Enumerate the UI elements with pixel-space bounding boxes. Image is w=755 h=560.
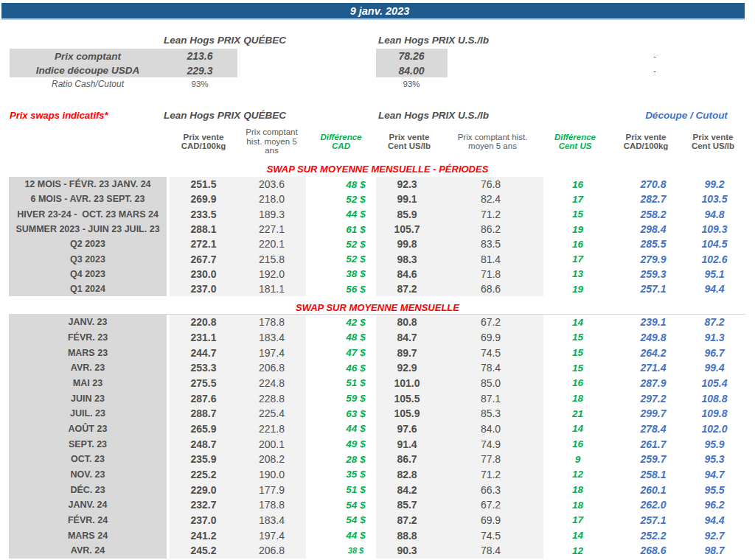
cell-hist-cad: 208.2	[237, 452, 306, 467]
cell-diff-us: 14	[543, 421, 612, 437]
cell-diff-cad: 63 $	[306, 406, 376, 421]
cell-pv-cad: 235.9	[170, 452, 237, 467]
cell-hist-cad: 177.9	[237, 482, 306, 497]
cell-diff-us: 19	[543, 281, 612, 296]
cell-pv-cad: 269.9	[170, 192, 237, 206]
cell-pv-cad: 230.0	[170, 267, 237, 281]
cell-diff-us: 15	[543, 207, 612, 222]
col-header-dec-us: Prix vente Cent US/lb	[680, 127, 746, 156]
cell-pv-us: 87.2	[376, 281, 438, 296]
cell-hist-us: 71.2	[438, 207, 543, 222]
pricing-sheet: 9 janv. 2023 Lean Hogs PRIX QUÉBEC Lean …	[0, 0, 755, 560]
row-label: Q4 2023	[9, 267, 167, 281]
section2-header: SWAP SUR MOYENNE MENSUELLE	[9, 302, 746, 313]
row-label: JANV. 23	[9, 315, 167, 330]
cell-hist-cad: 192.0	[237, 267, 306, 281]
swaps-title: Prix swaps indicatifs*	[10, 110, 108, 121]
cell-hist-us: 68.6	[438, 281, 543, 296]
table-row: FÉVR. 23 231.1 183.4 48 $ 84.7 69.9 15 2…	[9, 330, 746, 346]
cell-diff-us: 9	[543, 452, 612, 467]
cell-hist-cad: 224.8	[237, 376, 306, 391]
cell-hist-us: 85.3	[438, 406, 543, 421]
cell-diff-cad: 52 $	[306, 251, 376, 266]
cell-diff-us: 18	[543, 391, 612, 406]
cell-pv-cad: 232.7	[170, 497, 237, 513]
cell-dec-us: 99.2	[680, 177, 746, 192]
ratio-label: Ratio Cash/Cutout	[10, 77, 166, 90]
report-date: 9 janv. 2023	[337, 5, 410, 17]
cell-diff-cad: 54 $	[306, 513, 376, 528]
cell-hist-us: 77.8	[438, 452, 543, 467]
cell-hist-cad: 220.1	[237, 237, 306, 251]
cell-diff-cad: 46 $	[306, 360, 376, 376]
quebec-group-header-swaps: Lean Hogs PRIX QUÉBEC	[160, 110, 290, 121]
cell-pv-us: 105.7	[376, 222, 438, 237]
cell-dec-us: 109.8	[680, 406, 746, 421]
cell-diff-us: 19	[543, 222, 612, 237]
cell-hist-cad: 227.1	[237, 222, 306, 237]
cell-diff-us: 15	[543, 360, 612, 376]
cell-hist-cad: 181.1	[237, 281, 306, 296]
cell-pv-cad: 265.9	[170, 421, 237, 437]
cell-hist-us: 86.2	[438, 222, 543, 237]
cell-dec-us: 103.5	[680, 192, 746, 206]
cell-hist-cad: 183.4	[237, 330, 306, 346]
cell-hist-us: 74.5	[438, 528, 543, 543]
cell-diff-cad: 44 $	[306, 528, 376, 543]
cell-pv-us: 92.3	[376, 177, 438, 192]
cell-diff-us: 18	[543, 482, 612, 497]
periods-table: 12 MOIS - FÉVR. 23 JANV. 24 251.5 203.6 …	[9, 177, 746, 296]
cell-dec-cad: 299.7	[612, 406, 680, 421]
table-row: AOÛT 23 265.9 221.8 44 $ 97.6 84.0 14 27…	[9, 421, 746, 437]
table-row: SUMMER 2023 - JUIN 23 JUIL. 23 288.1 227…	[9, 222, 746, 237]
cell-pv-cad: 288.1	[170, 222, 237, 237]
cell-dec-cad: 298.4	[612, 222, 680, 237]
cell-hist-cad: 228.8	[237, 391, 306, 406]
cell-dec-us: 95.3	[680, 452, 746, 467]
cell-hist-cad: 215.8	[237, 251, 306, 266]
cell-dec-us: 87.2	[680, 315, 746, 330]
table-row: 12 MOIS - FÉVR. 23 JANV. 24 251.5 203.6 …	[9, 177, 746, 192]
cell-pv-cad: 237.0	[170, 281, 237, 296]
row-label: DÉC. 23	[9, 482, 167, 497]
cell-hist-us: 82.4	[438, 192, 543, 206]
cell-pv-cad: 251.5	[170, 177, 237, 192]
cell-hist-cad: 206.8	[237, 360, 306, 376]
row-label: AVR. 23	[9, 360, 167, 376]
cell-dec-us: 104.5	[680, 237, 746, 251]
cell-dec-us: 102.0	[680, 421, 746, 437]
cell-dec-cad: 287.9	[612, 376, 680, 391]
cell-pv-us: 85.7	[376, 497, 438, 513]
cell-diff-cad: 44 $	[306, 207, 376, 222]
table-row: NOV. 23 225.2 190.0 35 $ 82.8 71.2 12 25…	[9, 467, 746, 483]
cell-diff-cad: 49 $	[306, 436, 376, 452]
cell-dec-cad: 285.5	[612, 237, 680, 251]
col-header-pv-us: Prix vente Cent US/lb	[376, 127, 442, 156]
cell-hist-us: 78.4	[438, 543, 543, 559]
cell-pv-cad: 229.0	[170, 482, 237, 497]
cell-pv-cad: 248.7	[170, 436, 237, 452]
cell-diff-us: 17	[543, 251, 612, 266]
row-label: MARS 23	[9, 345, 167, 360]
cell-hist-us: 69.9	[438, 513, 543, 528]
table-row: Q1 2024 237.0 181.1 56 $ 87.2 68.6 19 25…	[9, 281, 746, 296]
cell-hist-us: 81.4	[438, 251, 543, 266]
cell-diff-cad: 38 $	[306, 267, 376, 281]
cell-pv-us: 99.8	[376, 237, 438, 251]
table-row: JUIN 23 287.6 228.8 59 $ 105.5 87.1 18 2…	[9, 391, 746, 406]
cell-dec-cad: 259.3	[612, 267, 680, 281]
cell-pv-us: 101.0	[376, 376, 438, 391]
table-row: SEPT. 23 248.7 200.1 49 $ 91.4 74.9 16 2…	[9, 436, 746, 452]
table-row: DÉC. 23 229.0 177.9 51 $ 84.2 66.3 18 26…	[9, 482, 746, 497]
table-row: Q4 2023 230.0 192.0 38 $ 84.6 71.8 13 25…	[9, 267, 746, 281]
cell-diff-us: 14	[543, 315, 612, 330]
cell-pv-us: 105.9	[376, 406, 438, 421]
cell-hist-us: 83.5	[438, 237, 543, 251]
section1-header: SWAP SUR MOYENNE MENSUELLE - PÉRIODES	[9, 164, 746, 175]
cell-dec-us: 95.9	[680, 436, 746, 452]
cell-dec-cad: 257.1	[612, 513, 680, 528]
col-header-dec-cad: Prix vente CAD/100kg	[612, 127, 680, 156]
cell-diff-us: 16	[543, 376, 612, 391]
cell-pv-us: 105.5	[376, 391, 438, 406]
cell-dec-us: 95.5	[680, 482, 746, 497]
